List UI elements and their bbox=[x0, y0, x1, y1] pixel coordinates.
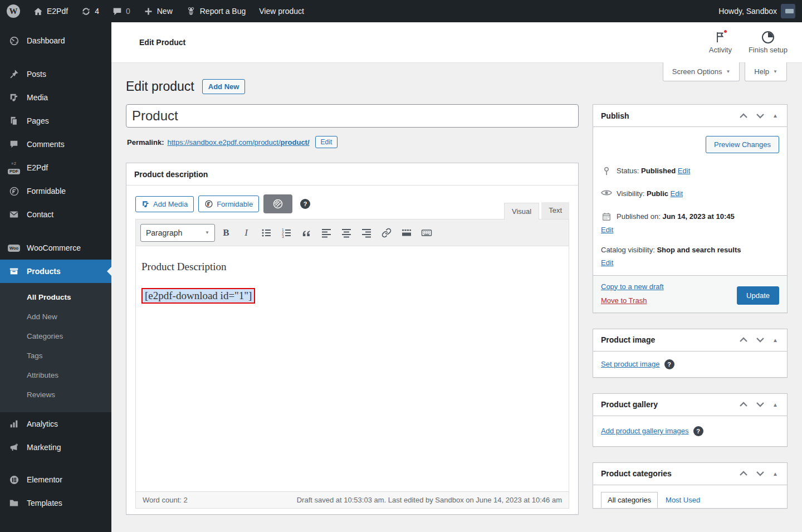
move-up-button[interactable] bbox=[738, 470, 749, 477]
toggle-panel-button[interactable]: ▲ bbox=[771, 470, 779, 478]
view-product-menu[interactable]: View product bbox=[252, 0, 311, 22]
sidebar-item-pages[interactable]: Pages bbox=[0, 109, 111, 133]
italic-button[interactable]: I bbox=[237, 224, 255, 242]
sidebar-item-e2pdf[interactable]: ≡2PDF E2Pdf bbox=[0, 156, 111, 179]
link-button[interactable] bbox=[378, 224, 395, 242]
wordpress-logo-icon: W bbox=[7, 4, 20, 18]
sidebar-item-analytics[interactable]: Analytics bbox=[0, 412, 111, 436]
e2pdf-shortcode-button[interactable] bbox=[263, 194, 292, 213]
report-bug-menu[interactable]: Report a Bug bbox=[179, 0, 253, 22]
comments-menu[interactable]: 0 bbox=[106, 0, 137, 22]
page-header-title: Edit Product bbox=[139, 38, 185, 47]
sidebar-item-contact[interactable]: Contact bbox=[0, 203, 111, 226]
sidebar-item-posts[interactable]: Posts bbox=[0, 62, 111, 86]
finish-setup-button[interactable]: Finish setup bbox=[749, 31, 788, 54]
submenu-categories[interactable]: Categories bbox=[0, 326, 111, 346]
sidebar-item-media[interactable]: Media bbox=[0, 86, 111, 109]
keyboard-shortcuts-button[interactable] bbox=[418, 224, 436, 242]
e2pdf-swirl-icon bbox=[272, 198, 284, 210]
svg-text:3: 3 bbox=[282, 235, 284, 238]
add-new-button[interactable]: Add New bbox=[202, 79, 246, 94]
move-down-button[interactable] bbox=[755, 112, 766, 120]
screen-meta-links: Screen Options ▼ Help ▼ bbox=[663, 62, 787, 81]
edit-catalog-link[interactable]: Edit bbox=[601, 258, 613, 267]
eye-icon bbox=[601, 189, 612, 197]
update-button[interactable]: Update bbox=[737, 286, 779, 305]
submenu-all-products[interactable]: All Products bbox=[0, 287, 111, 307]
sidebar-item-elementor[interactable]: Elementor bbox=[0, 468, 111, 491]
wp-logo-menu[interactable]: W bbox=[0, 0, 27, 22]
move-down-button[interactable] bbox=[755, 470, 766, 477]
sidebar-item-woocommerce[interactable]: Woo WooCommerce bbox=[0, 236, 111, 260]
activity-button[interactable]: Activity bbox=[709, 31, 732, 54]
move-down-button[interactable] bbox=[755, 336, 766, 344]
editor-content-area[interactable]: Product Description [e2pdf-download id="… bbox=[136, 246, 569, 491]
help-icon[interactable]: ? bbox=[664, 359, 674, 369]
product-description-panel: Product description bbox=[126, 163, 579, 515]
paragraph-format-select[interactable]: Paragraph ▼ bbox=[140, 224, 215, 242]
sidebar-item-products[interactable]: Products bbox=[0, 260, 111, 283]
edit-status-link[interactable]: Edit bbox=[678, 167, 690, 175]
tab-all-categories[interactable]: All categories bbox=[601, 492, 658, 508]
submenu-tags[interactable]: Tags bbox=[0, 346, 111, 365]
progress-pie-icon bbox=[762, 31, 774, 43]
permalink-edit-button[interactable]: Edit bbox=[315, 136, 338, 148]
site-name-menu[interactable]: E2Pdf bbox=[27, 0, 75, 22]
published-on-row: Published on: Jun 14, 2023 at 10:45 bbox=[593, 206, 787, 223]
bullet-list-button[interactable] bbox=[257, 224, 275, 242]
sidebar-item-marketing[interactable]: Marketing bbox=[0, 436, 111, 459]
updates-menu[interactable]: 4 bbox=[75, 0, 106, 22]
blockquote-button[interactable] bbox=[297, 224, 315, 242]
woocommerce-icon: Woo bbox=[7, 245, 21, 252]
submenu-reviews[interactable]: Reviews bbox=[0, 385, 111, 404]
set-product-image-link[interactable]: Set product image bbox=[601, 360, 660, 368]
more-tag-button[interactable] bbox=[398, 224, 415, 242]
sidebar-item-comments[interactable]: Comments bbox=[0, 133, 111, 156]
add-media-button[interactable]: Add Media bbox=[135, 196, 194, 212]
edit-visibility-link[interactable]: Edit bbox=[671, 189, 683, 198]
panel-title: Product image bbox=[601, 335, 655, 344]
move-to-trash-link[interactable]: Move to Trash bbox=[601, 296, 664, 305]
move-up-button[interactable] bbox=[738, 336, 749, 344]
bug-icon bbox=[186, 6, 196, 16]
toggle-panel-button[interactable]: ▲ bbox=[771, 336, 779, 344]
tab-text[interactable]: Text bbox=[541, 202, 569, 219]
move-up-button[interactable] bbox=[738, 112, 749, 120]
e2pdf-shortcode-token[interactable]: [e2pdf-download id="1"] bbox=[141, 288, 255, 304]
move-up-button[interactable] bbox=[738, 401, 749, 408]
formidable-button[interactable]: Formidable bbox=[198, 196, 259, 212]
tab-most-used[interactable]: Most Used bbox=[666, 496, 700, 504]
screen-options-button[interactable]: Screen Options ▼ bbox=[663, 62, 740, 81]
add-gallery-images-link[interactable]: Add product gallery images bbox=[601, 427, 689, 435]
align-left-button[interactable] bbox=[317, 224, 335, 242]
copy-to-draft-link[interactable]: Copy to a new draft bbox=[601, 282, 664, 291]
submenu-attributes[interactable]: Attributes bbox=[0, 365, 111, 385]
align-right-button[interactable] bbox=[358, 224, 375, 242]
sidebar-item-label: E2Pdf bbox=[27, 163, 48, 172]
help-icon[interactable]: ? bbox=[300, 199, 310, 209]
sidebar-item-templates[interactable]: Templates bbox=[0, 491, 111, 515]
permalink-link[interactable]: https://sandbox.e2pdf.com/product/produc… bbox=[167, 138, 309, 147]
toggle-panel-button[interactable]: ▲ bbox=[771, 401, 779, 409]
product-title-input[interactable] bbox=[126, 104, 579, 128]
help-icon[interactable]: ? bbox=[693, 426, 703, 436]
move-down-button[interactable] bbox=[755, 401, 766, 408]
editor-paragraph: Product Description bbox=[141, 261, 563, 273]
notification-dot bbox=[723, 29, 728, 34]
align-center-button[interactable] bbox=[338, 224, 355, 242]
bold-button[interactable]: B bbox=[217, 224, 235, 242]
panel-title: Product description bbox=[134, 170, 208, 179]
triangle-up-icon: ▲ bbox=[772, 113, 778, 119]
sidebar-item-dashboard[interactable]: Dashboard bbox=[0, 29, 111, 52]
my-account-menu[interactable]: Howdy, Sandbox bbox=[712, 0, 802, 22]
edit-published-link[interactable]: Edit bbox=[601, 226, 613, 234]
help-button[interactable]: Help ▼ bbox=[745, 62, 787, 81]
preview-changes-button[interactable]: Preview Changes bbox=[706, 136, 779, 153]
toggle-panel-button[interactable]: ▲ bbox=[771, 111, 779, 120]
new-content-menu[interactable]: New bbox=[137, 0, 179, 22]
tab-visual[interactable]: Visual bbox=[504, 203, 539, 219]
submenu-add-new[interactable]: Add New bbox=[0, 307, 111, 326]
sidebar-item-formidable[interactable]: Formidable bbox=[0, 179, 111, 203]
comments-count: 0 bbox=[126, 7, 130, 16]
numbered-list-button[interactable]: 1 2 3 bbox=[277, 224, 295, 242]
